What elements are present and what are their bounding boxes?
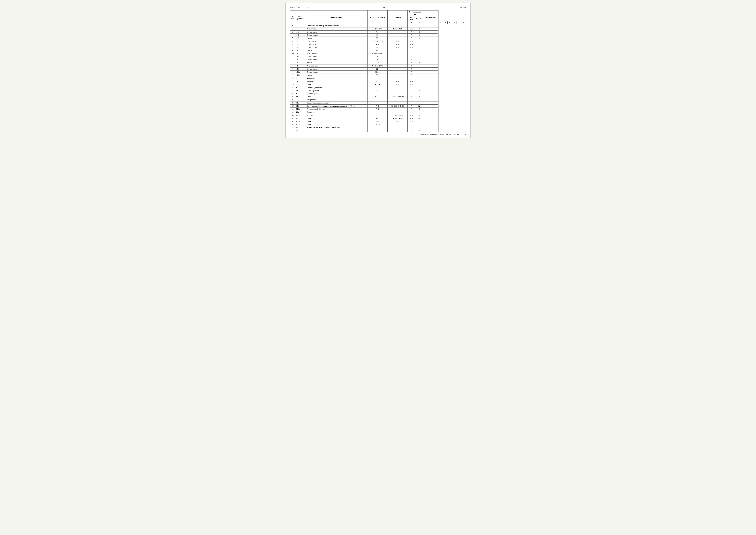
cn5: 5 [448,21,452,24]
table-row: 325.2.3.То жеШ–I–"––"–2 [290,120,466,123]
col-header-qty: Кол-во [415,16,423,21]
table-cell: I.3.2. [295,58,306,61]
table-cell [408,77,415,80]
table-cell: Стойка левая [306,55,367,58]
table-cell: –"– [408,80,415,83]
table-cell [423,68,439,70]
table-cell [367,126,388,129]
table-cell: СI [367,89,388,92]
table-cell: –"– [408,95,415,99]
table-cell: К3–2 [367,70,388,74]
table-cell: Р24 [367,37,388,40]
table-cell [388,111,408,114]
table-cell: 2. [295,77,306,80]
table-cell: То же [306,83,367,86]
table-cell: –"– [408,89,415,92]
table-cell: I.4. [295,65,306,68]
table-cell [423,61,439,65]
table-cell [423,114,439,117]
table-cell [367,101,388,104]
table-cell: То же, длиной 3240 мм [306,108,367,111]
bottom-note: взамен стр 5 ба констр. проекта Паршова … [290,133,466,135]
table-cell [423,37,439,40]
table-cell: 25 [290,99,295,101]
table-cell [388,126,408,129]
table-cell: 2 [415,123,423,126]
table-cell: Рама рядовая [306,40,367,43]
table-cell [367,111,388,114]
table-cell [423,120,439,123]
table-body: II.Стальные рамы коробчатого сечения2I.I… [290,24,466,132]
table-cell [423,27,439,31]
cn6: 6 [452,21,457,24]
table-row: 4I.I.2.Стойка праваяКI–I–"––"–2 [290,34,466,37]
col-header-note: Примечание [423,11,439,24]
table-cell: Ригель [306,37,367,40]
table-cell: Л–I [367,104,388,108]
table-cell [423,117,439,120]
table-cell: 28 [290,108,295,111]
table-cell: II [290,55,295,58]
table-cell: 5.2.2. [295,117,306,120]
table-cell: I35.00.00.00.0I [388,114,408,117]
table-cell: I9 [290,80,295,83]
table-cell: БI [367,129,388,132]
table-cell [423,24,439,27]
table-cell [388,24,408,27]
col-header-section: № по разделу [295,11,306,24]
table-cell: –"– [408,74,415,77]
cn3: 3 [439,21,443,24]
table-cell: 2 [415,31,423,34]
table-cell: Рама связевая [306,52,367,55]
table-cell: КУI [367,80,388,83]
table-row: 305.2.I.ПрогонПI35.00.00.00.0I–"–32 [290,114,466,117]
table-cell: –"– [388,68,408,70]
table-cell: –"– [408,46,415,49]
table-cell: Связи каркаса [306,92,367,95]
table-cell: –"– [388,34,408,37]
table-cell: 6 [415,89,423,92]
table-cell: РР-24-7-277-I [367,27,388,31]
table-cell: Покрытие [306,99,367,101]
table-cell [388,99,408,101]
table-cell: РС-24-7-277-I [367,52,388,55]
table-cell [423,123,439,126]
table-cell: 5 [290,37,295,40]
table-row: I5I.4.I.Стойка леваяК2–I–"––"–I [290,68,466,70]
table-cell: –"– [388,40,408,43]
table-cell [423,104,439,108]
table-cell: –"– [408,123,415,126]
table-row: I4I.4.Рама связеваяРС-24-7-277-2–"––"–I [290,65,466,68]
table-cell: 9 [290,49,295,52]
table-cell: Стойка правая [306,46,367,49]
table-cell [423,95,439,99]
table-cell: I35.07.00.00.00 [388,95,408,99]
doc-number: 400-0-2I.83 [290,6,300,9]
table-cell: –"– [388,46,408,49]
table-row: 3I5.2.2.То жеП2Шифр 483–"–I2 [290,117,466,120]
table-cell: –"– [388,65,408,68]
table-cell: –"– [408,114,415,117]
cn1: 1 [408,21,415,24]
table-cell: Колонна [306,80,367,83]
table-row: 7I.2.I.Стойка леваяКI–I–"––"–I [290,43,466,46]
table-cell: –"– [388,83,408,86]
table-row: 295.2.Прогоны [290,111,466,114]
table-cell [423,126,439,129]
table-cell: 8 [290,46,295,49]
table-cell: I.2.I. [295,43,306,46]
table-row: 2I.I.Рама рядоваяРР-24-7-277-IШифр 483шт… [290,27,466,31]
table-cell: 2 [290,27,295,31]
table-cell: –"– [388,52,408,55]
table-cell: I.4.3. [295,74,306,77]
table-cell: КI–I [367,31,388,34]
table-cell: I7 [290,74,295,77]
table-cell: –"– [388,43,408,46]
table-row: 2I3.Стойки фахверка [290,86,466,89]
table-cell: 32 [415,114,423,117]
dept: АIУ [306,6,309,9]
table-cell: I.I.2. [295,34,306,37]
cn2: 2 [415,21,423,24]
table-cell: –"– [408,68,415,70]
table-cell: I [415,65,423,68]
